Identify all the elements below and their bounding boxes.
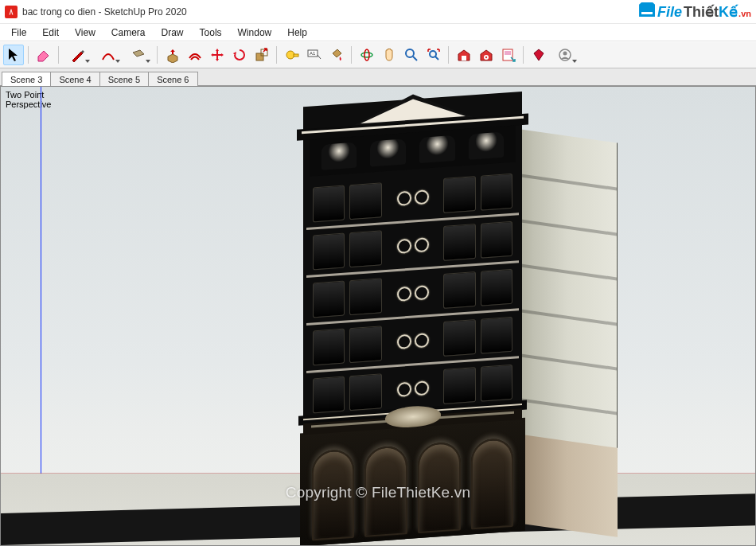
logo-text-thiet: Thiết [684,3,719,21]
warehouse-icon [456,47,472,63]
svg-point-7 [364,49,369,60]
scene-tabs: Scene 3 Scene 4 Scene 5 Scene 6 [0,68,756,86]
svg-point-16 [563,52,567,56]
menu-window[interactable]: Window [230,25,280,40]
arc-icon [100,47,116,63]
pencil-icon [70,47,86,63]
pushpull-icon [165,47,181,63]
ext-warehouse-tool[interactable] [476,45,497,65]
camera-mode-label: Two Point Perspective [6,90,51,109]
menu-file[interactable]: File [3,25,34,40]
logo-text-file: File [657,4,682,21]
paint-tool[interactable] [326,45,347,65]
svg-point-6 [361,53,372,57]
orbit-tool[interactable] [357,45,377,65]
menubar: File Edit View Camera Draw Tools Window … [0,24,756,41]
svg-rect-14 [505,51,511,55]
svg-rect-3 [294,54,298,57]
gear-warehouse-icon [478,47,494,63]
cursor-icon [6,47,21,63]
ruby-icon [531,47,547,63]
rotate-icon [232,47,247,63]
move-tool[interactable] [207,45,228,65]
logo-text-vn: .vn [738,9,751,18]
scene-tab[interactable]: Scene 3 [2,72,51,86]
line-tool[interactable] [64,45,92,65]
scale-icon [254,47,270,63]
pan-icon [381,47,397,63]
zoom-extents-tool[interactable] [423,45,444,65]
offset-tool[interactable] [185,45,205,65]
move-icon [209,47,225,63]
orbit-icon [359,47,375,63]
separator [446,45,451,65]
signin-tool[interactable] [551,45,579,65]
window-title: bac trong co dien - SketchUp Pro 2020 [22,6,639,18]
eraser-tool[interactable] [33,45,54,65]
scene-tab[interactable]: Scene 4 [50,72,99,86]
zoom-extents-icon [426,47,442,63]
separator [349,45,354,65]
separator [275,45,279,65]
svg-point-9 [430,51,436,57]
text-tool[interactable]: A1 [304,45,325,65]
warehouse-tool[interactable] [454,45,474,65]
user-icon [557,47,573,63]
watermark: Copyright © FileThietKe.vn [1,484,755,501]
titlebar: bac trong co dien - SketchUp Pro 2020 Fi… [0,0,756,24]
offset-icon [187,47,203,63]
scene-tab[interactable]: Scene 5 [99,72,149,86]
layout-icon [501,47,516,63]
menu-tools[interactable]: Tools [192,25,230,40]
separator [26,45,31,65]
pan-tool[interactable] [379,45,399,65]
rotate-tool[interactable] [229,45,250,65]
scale-tool[interactable] [251,45,272,65]
menu-draw[interactable]: Draw [154,25,192,40]
ext-manager-tool[interactable] [528,45,549,65]
logo-text-ke: Kế [719,3,738,21]
separator [155,45,160,65]
logo-icon [639,2,655,17]
select-tool[interactable] [3,45,24,65]
arc-tool[interactable] [94,45,123,65]
svg-point-12 [485,57,487,58]
menu-help[interactable]: Help [279,25,315,40]
zoom-tool[interactable] [401,45,422,65]
tape-icon [284,47,300,63]
svg-rect-10 [462,56,466,60]
building-model[interactable] [303,89,618,531]
rectangle-icon [131,47,146,63]
shape-tool[interactable] [124,45,153,65]
scene-tab[interactable]: Scene 6 [148,72,197,86]
eraser-icon [36,47,52,63]
viewport[interactable]: Two Point Perspective [0,86,756,546]
menu-edit[interactable]: Edit [34,25,67,40]
svg-point-8 [406,49,414,57]
axis-blue [41,87,41,493]
toolbar: A1 [0,41,756,68]
paint-icon [329,47,345,63]
menu-camera[interactable]: Camera [103,25,154,40]
text-icon: A1 [306,47,322,63]
tape-tool[interactable] [282,45,302,65]
site-logo: File Thiết Kế .vn [639,2,751,21]
building-front-face [303,92,522,546]
svg-text:A1: A1 [310,51,316,56]
menu-view[interactable]: View [67,25,103,40]
building-base [300,418,525,546]
app-icon [5,6,18,18]
pushpull-tool[interactable] [162,45,183,65]
separator [521,45,526,65]
separator [57,45,61,65]
layout-tool[interactable] [498,45,519,65]
svg-rect-0 [256,53,263,60]
zoom-icon [403,47,419,63]
